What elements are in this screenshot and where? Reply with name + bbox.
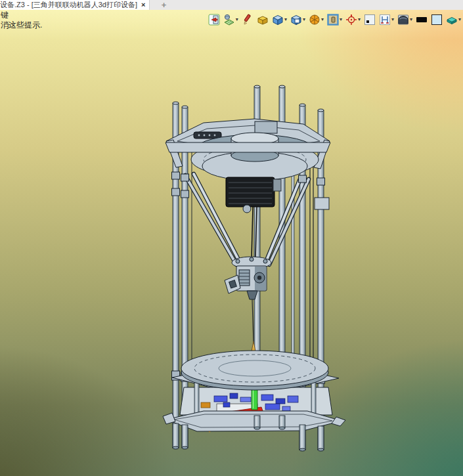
display-mode-button[interactable]: ▾	[290, 14, 305, 26]
black-swatch-icon	[416, 14, 428, 26]
dropdown-arrow-icon[interactable]: ▾	[391, 17, 394, 22]
graphics-viewport[interactable]: 键 消这些提示. ▾ ▾ ▾ ▾ ▾ ▾ ▾ ▾ ▾	[0, 10, 463, 476]
dropdown-arrow-icon[interactable]: ▾	[303, 17, 305, 22]
view-toolbar: ▾ ▾ ▾ ▾ ▾ ▾ ▾ ▾ ▾	[208, 14, 461, 26]
prompt-hint-line1: 键	[1, 11, 42, 20]
background-swatch-button[interactable]	[431, 14, 443, 26]
blue-swatch-icon	[431, 14, 443, 26]
filament-spool[interactable]	[191, 133, 319, 181]
layer-stack-button[interactable]: ▾	[446, 14, 461, 26]
effector-head[interactable]	[225, 257, 271, 341]
prompt-hint-line2: 消这些提示.	[1, 20, 42, 30]
section-button[interactable]: ▾	[379, 14, 394, 26]
dropdown-arrow-icon[interactable]: ▾	[340, 17, 342, 22]
dropdown-arrow-icon[interactable]: ▾	[458, 17, 461, 22]
framed-view-icon	[327, 14, 339, 26]
tab-close-icon[interactable]: ×	[141, 1, 145, 9]
open-box-button[interactable]	[257, 14, 269, 26]
black-swatch-button[interactable]	[416, 14, 428, 26]
tab-bar: 设备.Z3 - [三角并联联动机器人3d打印设备] × +	[0, 0, 463, 11]
orange-wheel-icon	[309, 14, 320, 26]
frame-front-bar[interactable]	[165, 142, 330, 152]
view-manager-icon	[223, 14, 235, 26]
prompt-hint: 键 消这些提示.	[1, 11, 42, 30]
dropdown-arrow-icon[interactable]: ▾	[284, 17, 287, 22]
erase-pen-icon	[242, 14, 254, 26]
dropdown-arrow-icon[interactable]: ▾	[358, 17, 361, 22]
render-mode-button[interactable]: ▾	[309, 14, 324, 26]
open-box-icon	[257, 14, 269, 26]
erase-button[interactable]	[242, 14, 254, 26]
build-platform[interactable]	[181, 351, 328, 390]
section-h-icon	[379, 14, 391, 26]
appearance-button[interactable]: ▾	[397, 14, 412, 26]
dropdown-arrow-icon[interactable]: ▾	[321, 17, 324, 22]
target-crosshair-icon	[345, 14, 357, 26]
dropdown-arrow-icon[interactable]: ▾	[236, 17, 238, 22]
delta-printer-model[interactable]	[0, 10, 463, 476]
document-tab-title: 设备.Z3 - [三角并联联动机器人3d打印设备]	[0, 0, 137, 10]
teal-stack-icon	[446, 14, 458, 26]
new-tab-button[interactable]: +	[155, 0, 172, 10]
exit-icon	[208, 14, 220, 26]
dropdown-arrow-icon[interactable]: ▾	[410, 17, 412, 22]
shaded-display-button[interactable]: ▾	[272, 14, 287, 26]
shaded-cube-icon	[272, 14, 284, 26]
dark-sphere-icon	[397, 14, 409, 26]
exit-button[interactable]	[208, 14, 220, 26]
point-display-button[interactable]	[364, 14, 376, 26]
target-button[interactable]: ▾	[345, 14, 361, 26]
point-box-icon	[364, 14, 376, 26]
view-manager-button[interactable]: ▾	[223, 14, 238, 26]
document-tab[interactable]: 设备.Z3 - [三角并联联动机器人3d打印设备] ×	[0, 0, 150, 10]
cube-window-icon	[290, 14, 302, 26]
framed-view-button[interactable]: ▾	[327, 14, 342, 26]
